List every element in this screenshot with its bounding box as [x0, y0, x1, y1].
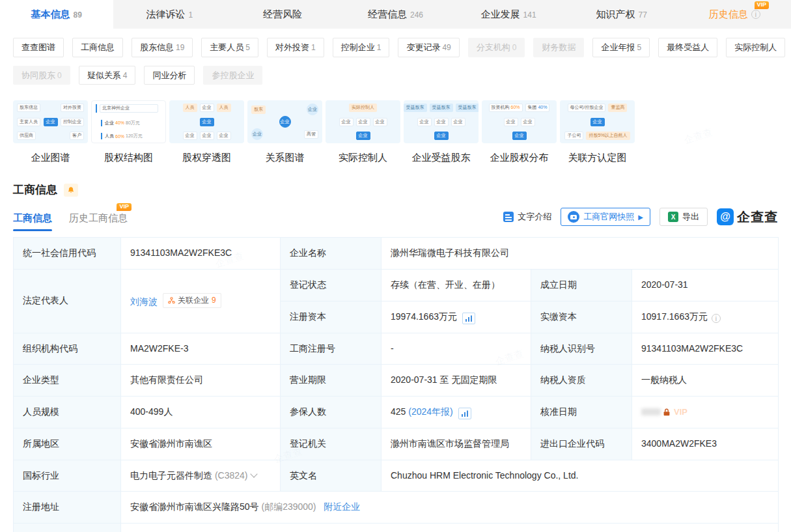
- nav-button-actual-controller[interactable]: 实际控制人: [726, 38, 785, 57]
- graph-cards-row: 股东信息对外投资 主要人员企业控制企业 供应商客户 企业图谱 北京神州企业 企业…: [0, 85, 791, 164]
- nav-button-chacha-graph[interactable]: 查查图谱: [13, 38, 64, 57]
- mini-node-center: 企业: [434, 132, 449, 140]
- subtab-toolbar-row: 工商信息 VIP 历史工商信息 文字介绍 工商官网快照 ▶ 导出 企查查: [0, 208, 791, 231]
- official-snapshot-button[interactable]: 工商官网快照 ▶: [561, 208, 650, 226]
- nav-button-controlled-companies[interactable]: 控制企业1: [333, 38, 390, 57]
- nav-button-business-info[interactable]: 工商信息: [72, 38, 123, 57]
- graph-card-actual-controller[interactable]: 实际控制人 企业企业企业 企业 实际控制人: [326, 100, 400, 164]
- graph-card-label: 实际控制人: [326, 152, 400, 164]
- related-companies-label: 关联企业: [178, 294, 209, 307]
- camera-icon: [568, 211, 579, 223]
- mini-node: 企业: [339, 118, 354, 126]
- tab-legal-litigation[interactable]: 法律诉讼 1: [113, 0, 227, 29]
- field-staff-size-value: 400-499人: [121, 396, 281, 428]
- org-chart-icon: [168, 297, 175, 304]
- field-business-scope-value: 电子元器件、电子产品、半导体器件的研发、设计、制造、销售、技术服务；集成电路制造…: [121, 524, 779, 532]
- mini-node: 集团 40%: [525, 104, 550, 112]
- business-info-table: 统一社会信用代码 91341103MA2W2FKE3C 企业名称 滁州华瑞微电子…: [13, 237, 779, 532]
- vip-badge: VIP: [117, 203, 132, 211]
- subtab-business-info[interactable]: 工商信息: [13, 212, 52, 231]
- graph-card-beneficial-shareholders[interactable]: 受益股东受益股东受益股东 企业企业企业 企业 企业受益股东: [404, 100, 479, 164]
- qichacha-logo-text: 企查查: [737, 208, 778, 226]
- business-info-section-header: 工商信息: [0, 164, 791, 197]
- mini-pct: 40%: [115, 120, 124, 125]
- field-import-export-code-value: 3400MA2W2FKE3: [632, 428, 779, 460]
- tab-intellectual-property[interactable]: 知识产权 77: [565, 0, 678, 29]
- mini-node: 子公司: [564, 132, 583, 140]
- tab-company-development[interactable]: 企业发展 141: [452, 0, 565, 29]
- field-insured-count-label: 参保人数: [281, 396, 382, 428]
- tab-operating-risk[interactable]: 经营风险: [226, 0, 339, 29]
- industry-text: 电力电子元器件制造: [130, 470, 212, 481]
- mini-node-label: 投资机构: [492, 105, 510, 109]
- nav-button-change-records[interactable]: 变更记录49: [398, 38, 459, 57]
- nav-button-annual-reports[interactable]: 企业年报5: [592, 38, 650, 57]
- subtab-label: 工商信息: [13, 212, 52, 223]
- mini-node: 人员: [105, 133, 114, 139]
- mini-node: 高管: [304, 130, 318, 139]
- chevron-down-icon[interactable]: [251, 470, 258, 477]
- graph-card-equity-penetration[interactable]: 人员企业人员 企业 企业企业企业 股权穿透图: [169, 100, 244, 164]
- bell-icon[interactable]: [64, 184, 78, 197]
- insured-trend-chart-icon[interactable]: [458, 408, 471, 419]
- graph-card-label: 企业受益股东: [404, 152, 479, 164]
- tab-history-info[interactable]: VIP 历史信息: [678, 0, 791, 29]
- field-taxpayer-quality-value: 一般纳税人: [632, 365, 779, 397]
- graph-card-equity-structure[interactable]: 北京神州企业 企业40%80万元 人员60%120万元 股权结构图: [91, 100, 166, 164]
- mini-node: 对外投资: [61, 104, 84, 112]
- nav-row-1: 查查图谱 工商信息 股东信息19 主要人员5 对外投资1 控制企业1 变更记录4…: [0, 38, 791, 57]
- mini-node: 母公司/控股企业: [568, 104, 606, 112]
- info-icon[interactable]: [712, 314, 721, 323]
- field-company-type-value: 其他有限责任公司: [121, 365, 281, 397]
- mini-node: 客户: [70, 132, 84, 140]
- graph-card-equity-distribution[interactable]: 投资机构 60%集团 40% 企业企业 企业 企业股权分布: [482, 100, 557, 164]
- nav-button-industry-analysis[interactable]: 同业分析: [144, 66, 195, 85]
- export-button[interactable]: 导出: [659, 208, 708, 226]
- nav-button-shareholders[interactable]: 股东信息19: [132, 38, 193, 57]
- capital-trend-chart-icon[interactable]: [462, 313, 475, 324]
- subtab-history-business-info[interactable]: VIP 历史工商信息: [69, 212, 128, 231]
- graph-card-company-atlas[interactable]: 股东信息对外投资 主要人员企业控制企业 供应商客户 企业图谱: [13, 100, 88, 164]
- graph-card-relationship-atlas[interactable]: 股东企业 企业 企业高管 关系图谱: [247, 100, 322, 164]
- tab-operating-info-label: 经营信息: [368, 8, 407, 21]
- mini-node: 受益股东: [430, 104, 453, 112]
- field-region-label: 所属地区: [14, 428, 121, 460]
- nearby-companies-link[interactable]: 附近企业: [324, 501, 360, 512]
- nav-button-outbound-investment[interactable]: 对外投资1: [267, 38, 324, 57]
- nav-button-key-personnel[interactable]: 主要人员5: [201, 38, 258, 57]
- legal-rep-link[interactable]: 刘海波: [130, 296, 158, 307]
- field-business-scope-label: 经营范围: [14, 524, 121, 532]
- tab-basic-info[interactable]: 基本信息 89: [0, 0, 113, 29]
- field-region-value: 安徽省滁州市南谯区: [121, 428, 281, 460]
- industry-code: (C3824): [215, 470, 248, 481]
- mini-node: 实际控制人: [349, 104, 377, 112]
- vip-locked-label: VIP: [674, 407, 687, 417]
- tab-operating-info[interactable]: 经营信息 246: [339, 0, 452, 29]
- field-business-term-label: 营业期限: [281, 365, 382, 397]
- lock-icon[interactable]: [662, 408, 671, 417]
- graph-card-related-party-map[interactable]: 母公司/控股企业董监高 企业 子公司持股5%以上自然人 关联方认定图: [560, 100, 635, 164]
- text-intro-label: 文字介绍: [518, 211, 551, 223]
- table-row: 注册地址 安徽省滁州市南谯区兴隆路50号 (邮编239000) 附近企业: [14, 492, 779, 524]
- tab-intellectual-property-label: 知识产权: [596, 8, 635, 21]
- nav-button-ultimate-beneficiary[interactable]: 最终受益人: [658, 38, 717, 57]
- graph-card-label: 关联方认定图: [560, 152, 635, 164]
- related-companies-badge[interactable]: 关联企业9: [163, 293, 221, 308]
- mini-node-center: 企业: [356, 132, 370, 140]
- annual-report-link[interactable]: (2024年报): [408, 406, 452, 417]
- mini-pct: 60%: [510, 105, 520, 109]
- field-reg-capital-value: 19974.1663万元: [382, 301, 531, 333]
- info-icon[interactable]: [751, 10, 760, 19]
- nav-button-suspected-relations[interactable]: 疑似关系4: [79, 66, 136, 85]
- field-reg-capital-label: 注册资本: [281, 301, 382, 333]
- graph-card-label: 关系图谱: [247, 152, 322, 164]
- nav-label: 控制企业: [341, 42, 375, 52]
- nav-button-branches: 分支机构0: [468, 38, 525, 57]
- field-legal-rep-value: 刘海波关联企业9: [121, 269, 281, 333]
- nav-label: 对外投资: [275, 42, 309, 52]
- top-tabbar: 基本信息 89 法律诉讼 1 经营风险 经营信息 246 企业发展 141 知识…: [0, 0, 791, 29]
- mini-node: 企业: [217, 132, 231, 140]
- blurred-locked-value: [641, 408, 661, 415]
- field-english-name-value: Chuzhou HRM Electronic Technology Co., L…: [382, 460, 779, 492]
- text-intro-button[interactable]: 文字介绍: [503, 211, 551, 223]
